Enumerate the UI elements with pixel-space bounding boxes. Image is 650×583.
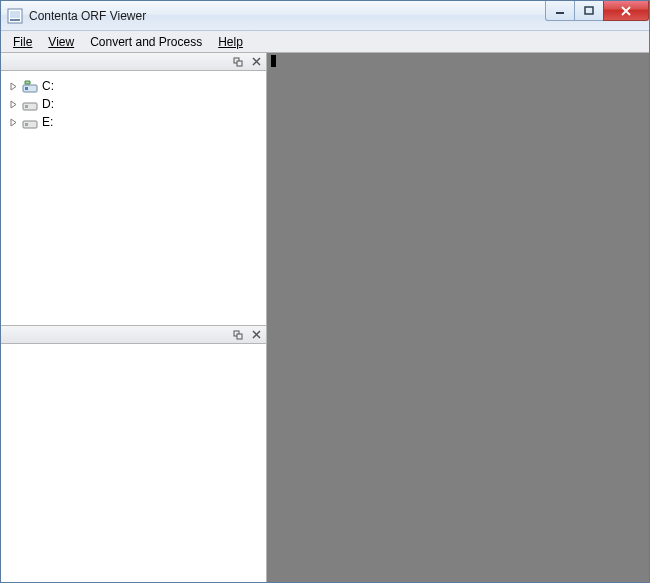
body: C: D: [1,53,649,582]
svg-rect-12 [25,123,28,126]
svg-rect-2 [10,19,20,21]
caret-icon [271,55,276,67]
minimize-icon [555,6,565,16]
svg-rect-4 [585,7,593,14]
menu-file[interactable]: File [5,33,40,51]
svg-rect-6 [237,61,242,66]
preview-pane-header [1,326,266,344]
titlebar[interactable]: Contenta ORF Viewer [1,1,649,31]
app-icon [7,8,23,24]
folder-tree-header [1,53,266,71]
folder-tree[interactable]: C: D: [1,71,266,325]
maximize-button[interactable] [574,1,604,21]
expander-icon[interactable] [9,82,18,91]
preview-pane [1,325,266,582]
system-drive-icon [22,78,38,94]
app-window: Contenta ORF Viewer File View Convert an… [0,0,650,583]
window-title: Contenta ORF Viewer [29,9,546,23]
drive-icon [22,114,38,130]
tree-node-e[interactable]: E: [5,113,262,131]
tree-node-d[interactable]: D: [5,95,262,113]
tree-label: D: [42,97,54,111]
close-icon [252,57,261,66]
svg-rect-8 [25,87,28,90]
undock-button[interactable] [232,329,244,341]
undock-icon [233,330,243,340]
svg-rect-3 [556,12,564,14]
menubar: File View Convert and Process Help [1,31,649,53]
menu-view[interactable]: View [40,33,82,51]
tree-node-c[interactable]: C: [5,77,262,95]
svg-rect-14 [237,334,242,339]
expander-icon[interactable] [9,118,18,127]
close-pane-button[interactable] [250,56,262,68]
close-icon [620,6,632,16]
drive-icon [22,96,38,112]
window-controls [546,1,649,30]
expander-icon[interactable] [9,100,18,109]
menu-help[interactable]: Help [210,33,251,51]
close-pane-button[interactable] [250,329,262,341]
svg-rect-10 [25,105,28,108]
close-icon [252,330,261,339]
folder-tree-pane: C: D: [1,53,266,325]
preview-content [1,344,266,582]
maximize-icon [584,6,594,16]
left-sidebar: C: D: [1,53,267,582]
menu-convert-and-process[interactable]: Convert and Process [82,33,210,51]
undock-icon [233,57,243,67]
undock-button[interactable] [232,56,244,68]
tree-label: C: [42,79,54,93]
tree-label: E: [42,115,53,129]
svg-rect-1 [10,11,20,18]
minimize-button[interactable] [545,1,575,21]
close-button[interactable] [603,1,649,21]
image-viewer[interactable] [267,53,649,582]
